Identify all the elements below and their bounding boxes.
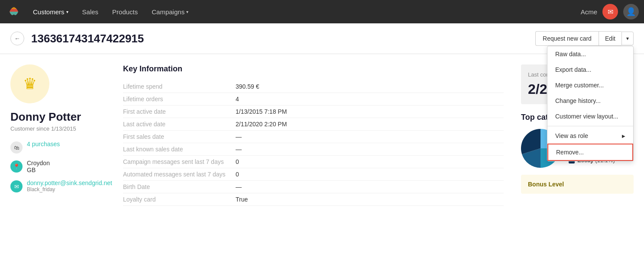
key-info-table: Lifetime spend390.59 €Lifetime orders4Fi…: [123, 80, 504, 206]
nav-item-sales[interactable]: Sales: [75, 0, 106, 23]
bag-icon: 🛍: [10, 141, 23, 154]
company-name: Acme: [581, 8, 597, 16]
kv-row: First sales date—: [123, 131, 504, 143]
customer-name: Donny Potter: [10, 110, 106, 124]
kv-row: Birth Date—: [123, 181, 504, 193]
dropdown-item-customer-view-layout[interactable]: Customer view layout...: [547, 109, 633, 124]
dropdown-item-remove[interactable]: Remove...: [547, 144, 633, 161]
kv-label: Lifetime orders: [123, 96, 236, 102]
kv-row: Lifetime orders4: [123, 93, 504, 106]
nav-right: Acme ✉ 👤: [581, 4, 639, 19]
location-line2: GB: [27, 167, 50, 173]
kv-label: Loyalty card: [123, 196, 236, 203]
kv-label: First active date: [123, 108, 236, 115]
email-item: ✉ donny.potter@sink.sendgrid.net Black_f…: [10, 179, 106, 192]
kv-value: 0: [236, 171, 239, 178]
bonus-label: Bonus Level: [528, 181, 627, 188]
email-icon: ✉: [10, 180, 23, 192]
dropdown-caret-button[interactable]: ▾: [621, 32, 634, 45]
kv-row: Last known sales date—: [123, 143, 504, 156]
kv-row: Campaign messages sent last 7 days0: [123, 156, 504, 168]
kv-label: Last active date: [123, 121, 236, 128]
chevron-down-icon: ▾: [66, 10, 68, 14]
email-sub: Black_friday: [27, 186, 112, 192]
edit-button[interactable]: Edit: [599, 31, 621, 46]
dropdown-item-merge-customer[interactable]: Merge customer...: [547, 77, 633, 93]
kv-row: Loyalty cardTrue: [123, 193, 504, 206]
kv-value: 0: [236, 158, 239, 165]
kv-label: Automated messages sent last 7 days: [123, 171, 236, 178]
dropdown-menu: Raw data... Export data... Merge custome…: [547, 46, 634, 161]
location-line1: Croydon: [27, 160, 50, 167]
app-logo: [5, 3, 23, 20]
kv-label: Lifetime spend: [123, 83, 236, 90]
dropdown-item-view-as-role[interactable]: View as role ▶: [547, 128, 633, 144]
navbar: Customers ▾ Sales Products Campaigns ▾ A…: [0, 0, 644, 23]
location-item: 📍 Croydon GB: [10, 160, 106, 173]
kv-label: Birth Date: [123, 183, 236, 190]
email-link[interactable]: donny.potter@sink.sendgrid.net: [27, 179, 112, 186]
kv-value: 390.59 €: [236, 83, 259, 90]
dropdown-divider: [547, 126, 633, 126]
kv-label: Last known sales date: [123, 146, 236, 153]
header-actions: Request new card Edit ▾ Raw data... Expo…: [535, 31, 634, 46]
kv-value: —: [236, 183, 242, 190]
dropdown-item-export-data[interactable]: Export data...: [547, 62, 633, 77]
nav-item-customers[interactable]: Customers ▾: [26, 0, 75, 23]
left-panel: ♛ Donny Potter Customer since 1/13/2015 …: [10, 64, 106, 206]
request-new-card-button[interactable]: Request new card: [535, 31, 599, 46]
user-button[interactable]: 👤: [623, 4, 639, 19]
middle-panel: Key Information Lifetime spend390.59 €Li…: [123, 64, 504, 206]
crown-icon: ♛: [23, 75, 37, 93]
kv-label: Campaign messages sent last 7 days: [123, 158, 236, 165]
dropdown-item-change-history[interactable]: Change history...: [547, 93, 633, 109]
nav-item-products[interactable]: Products: [105, 0, 145, 23]
kv-value: —: [236, 133, 242, 140]
back-button[interactable]: ←: [10, 32, 24, 45]
kv-value: True: [236, 196, 248, 203]
mail-button[interactable]: ✉: [602, 4, 618, 19]
kv-value: —: [236, 146, 242, 153]
page: ← 136361743147422915 Request new card Ed…: [0, 23, 644, 269]
kv-row: Lifetime spend390.59 €: [123, 80, 504, 93]
kv-label: First sales date: [123, 133, 236, 140]
purchases-item: 🛍 4 purchases: [10, 141, 106, 154]
key-info-title: Key Information: [123, 64, 504, 74]
kv-value: 2/11/2020 2:20 PM: [236, 121, 287, 128]
kv-row: First active date1/13/2015 7:18 PM: [123, 106, 504, 118]
kv-value: 4: [236, 96, 239, 102]
chevron-down-icon: ▾: [186, 10, 188, 14]
kv-row: Last active date2/11/2020 2:20 PM: [123, 118, 504, 131]
purchases-link[interactable]: 4 purchases: [27, 141, 60, 147]
bonus-box: Bonus Level: [521, 175, 634, 194]
customer-since: Customer since 1/13/2015: [10, 125, 106, 132]
dropdown-item-raw-data[interactable]: Raw data...: [547, 46, 633, 62]
avatar: ♛: [10, 64, 49, 103]
record-id: 136361743147422915: [31, 32, 535, 45]
nav-item-campaigns[interactable]: Campaigns ▾: [145, 0, 195, 23]
kv-row: Automated messages sent last 7 days0: [123, 168, 504, 181]
location-icon: 📍: [10, 160, 23, 173]
arrow-right-icon: ▶: [622, 134, 625, 138]
page-header: ← 136361743147422915 Request new card Ed…: [0, 23, 644, 54]
kv-value: 1/13/2015 7:18 PM: [236, 108, 287, 115]
nav-items: Customers ▾ Sales Products Campaigns ▾: [26, 0, 581, 23]
